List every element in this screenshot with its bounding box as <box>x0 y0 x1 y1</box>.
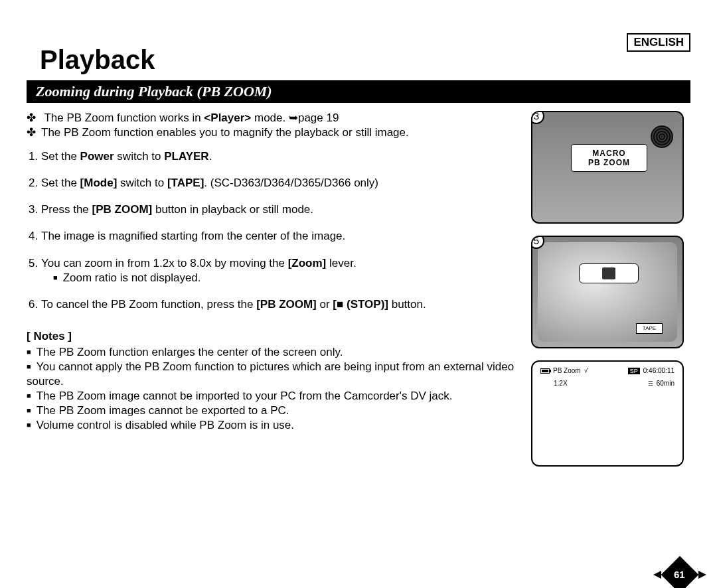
sp-badge: SP <box>628 368 640 374</box>
tape-label: TAPE <box>636 323 663 334</box>
figure-5: 5 TAPE <box>531 236 684 348</box>
note-2: You cannot apply the PB Zoom function to… <box>27 360 518 389</box>
step-4: The image is magnified starting from the… <box>41 229 518 244</box>
note-3: The PB Zoom image cannot be imported to … <box>27 389 518 404</box>
note-4: The PB Zoom images cannot be exported to… <box>27 404 518 418</box>
step-6: To cancel the PB Zoom function, press th… <box>41 297 518 312</box>
notes-heading: [ Notes ] <box>27 329 518 344</box>
lcd-timecode: 0:46:00:11 <box>643 367 675 374</box>
step-5: You can zoom in from 1.2x to 8.0x by mov… <box>41 256 518 285</box>
step-5-sub: Zoom ratio is not displayed. <box>53 271 518 285</box>
tape-icon <box>648 380 653 387</box>
page-title: Playback <box>40 45 697 75</box>
language-label: ENGLISH <box>627 33 690 52</box>
note-1: The PB Zoom function enlarges the center… <box>27 345 518 360</box>
page-number: 61 <box>674 569 685 580</box>
zoom-lever-icon <box>579 263 639 283</box>
step-3: Press the [PB ZOOM] button in playback o… <box>41 202 518 217</box>
play-icon: √ <box>584 367 588 374</box>
intro-line-1: The PB Zoom function works in <Player> m… <box>27 111 518 125</box>
lens-icon <box>651 125 673 148</box>
figure-3-number: 3 <box>531 111 544 124</box>
body-text: The PB Zoom function works in <Player> m… <box>27 111 531 478</box>
lcd-pbzoom-label: PB Zoom <box>553 367 581 374</box>
lcd-screen: PB Zoom √ SP 0:46:00:11 1.2X 60min <box>531 360 684 467</box>
illustration-column: 3 MACRO PB ZOOM 5 TAPE PB Zoom √ SP <box>531 111 690 478</box>
step-2: Set the [Mode] switch to [TAPE]. (SC-D36… <box>41 176 518 190</box>
figure-3: 3 MACRO PB ZOOM <box>531 111 684 224</box>
note-5: Volume control is disabled while PB Zoom… <box>27 418 518 433</box>
section-heading: Zooming during Playback (PB ZOOM) <box>27 80 690 103</box>
lcd-zoom-ratio: 1.2X <box>554 380 568 387</box>
lcd-remaining: 60min <box>657 380 675 387</box>
intro-line-2: The PB Zoom function enables you to magn… <box>27 125 518 140</box>
pb-zoom-button-label: MACRO PB ZOOM <box>571 144 647 172</box>
step-1: Set the Power switch to PLAYER. <box>41 149 518 164</box>
battery-icon <box>540 368 550 374</box>
